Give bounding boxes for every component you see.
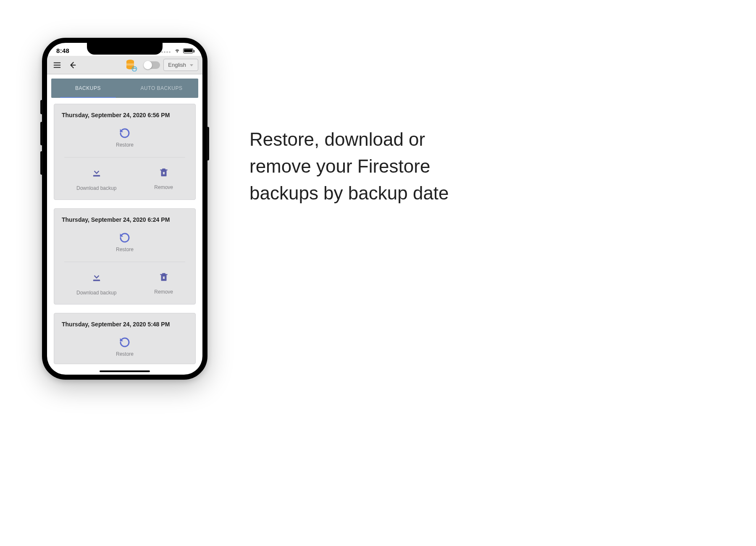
restore-icon bbox=[118, 231, 131, 244]
language-select[interactable]: English bbox=[163, 59, 198, 71]
remove-button[interactable]: Remove bbox=[154, 271, 173, 296]
svg-rect-3 bbox=[93, 280, 100, 281]
power-button bbox=[207, 127, 209, 160]
restore-button[interactable]: Restore bbox=[54, 123, 195, 155]
restore-label: Restore bbox=[116, 247, 134, 252]
volume-up-button bbox=[40, 122, 43, 145]
restore-button[interactable]: Restore bbox=[54, 333, 195, 364]
restore-label: Restore bbox=[116, 142, 134, 148]
restore-icon bbox=[118, 336, 131, 349]
restore-icon bbox=[118, 127, 131, 139]
backup-list: Thursday, September 24, 2020 6:56 PM Res… bbox=[47, 104, 202, 364]
tab-backups[interactable]: BACKUPS bbox=[51, 79, 125, 98]
restore-label: Restore bbox=[116, 351, 134, 357]
app-bar: English bbox=[47, 56, 202, 74]
download-icon bbox=[91, 167, 102, 178]
trash-icon bbox=[158, 167, 169, 178]
menu-button[interactable] bbox=[51, 59, 63, 71]
chevron-down-icon bbox=[189, 63, 194, 67]
app-logo bbox=[126, 59, 137, 71]
download-label: Download backup bbox=[76, 290, 116, 296]
language-label: English bbox=[168, 62, 186, 68]
backup-card: Thursday, September 24, 2020 6:24 PM Res… bbox=[54, 208, 196, 304]
backup-title: Thursday, September 24, 2020 5:48 PM bbox=[54, 313, 195, 333]
download-label: Download backup bbox=[76, 185, 116, 191]
svg-rect-2 bbox=[93, 175, 100, 177]
backup-card: Thursday, September 24, 2020 6:56 PM Res… bbox=[54, 104, 196, 200]
volume-down-button bbox=[40, 151, 43, 175]
remove-label: Remove bbox=[154, 289, 173, 295]
battery-icon bbox=[183, 48, 193, 53]
tab-label: BACKUPS bbox=[75, 85, 101, 91]
download-button[interactable]: Download backup bbox=[76, 167, 116, 191]
svg-point-1 bbox=[132, 66, 137, 71]
marketing-headline: Restore, download or remove your Firesto… bbox=[249, 126, 485, 206]
remove-button[interactable]: Remove bbox=[154, 167, 173, 191]
cellular-dots-icon bbox=[161, 47, 171, 54]
trash-icon bbox=[158, 271, 169, 282]
status-time: 8:48 bbox=[56, 47, 69, 54]
download-button[interactable]: Download backup bbox=[76, 271, 116, 296]
tab-auto-backups[interactable]: AUTO BACKUPS bbox=[125, 79, 198, 98]
notch bbox=[87, 43, 163, 55]
back-button[interactable] bbox=[66, 59, 78, 71]
backup-title: Thursday, September 24, 2020 6:24 PM bbox=[54, 209, 195, 228]
download-icon bbox=[91, 271, 102, 283]
wifi-icon bbox=[174, 48, 181, 53]
tab-label: AUTO BACKUPS bbox=[141, 85, 183, 91]
backup-title: Thursday, September 24, 2020 6:56 PM bbox=[54, 104, 195, 123]
phone-frame: 8:48 bbox=[42, 38, 207, 380]
theme-toggle[interactable] bbox=[144, 61, 160, 69]
tab-bar: BACKUPS AUTO BACKUPS bbox=[51, 79, 198, 98]
remove-label: Remove bbox=[154, 184, 173, 190]
restore-button[interactable]: Restore bbox=[54, 228, 195, 259]
backup-card: Thursday, September 24, 2020 5:48 PM Res… bbox=[54, 313, 196, 364]
home-indicator[interactable] bbox=[100, 370, 150, 372]
side-button bbox=[40, 100, 43, 114]
